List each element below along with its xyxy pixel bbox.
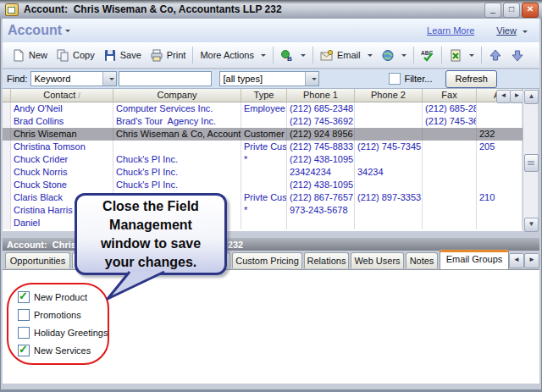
scroll-thumb[interactable] [524,154,539,172]
cell-marker [3,102,11,115]
column-header-phone1[interactable]: Phone 1 [287,89,355,102]
tab-relations[interactable]: Relations [304,252,349,268]
column-scroll-left-button[interactable]: ◄ [496,90,511,103]
table-row[interactable]: Chuck CriderChuck's PI Inc.*(212) 438-10… [3,153,523,166]
spellcheck-button[interactable]: ABC [417,47,439,64]
table-row[interactable]: Chuck StoneChuck's PI Inc.(212) 438-1095 [3,179,523,191]
cell-type: * [241,153,287,166]
cell-marker [3,141,11,153]
learn-more-link[interactable]: Learn More [427,25,474,36]
move-up-button[interactable] [484,47,506,64]
tab-scroll-right-button[interactable]: ► [524,253,539,268]
web-button[interactable] [377,47,411,64]
column-header-company[interactable]: Company [113,89,241,102]
more-actions-button[interactable]: More Actions [196,47,270,63]
type-selector-caret-icon [312,78,317,80]
cell-company: Chris Wiseman & Co, Accountants [113,128,241,141]
maximize-button[interactable]: □ [503,3,520,18]
type-selector[interactable]: [all types] [219,71,319,86]
globe-icon [381,49,395,62]
cell-ac [477,102,523,115]
email-envelope-icon [320,49,334,62]
cell-phone1: (212) 867-7657 [287,191,355,204]
cell-contact: Andy O'Neil [11,102,113,115]
table-row[interactable]: Chuck NorrisChuck's PI Inc.2342423434234 [3,166,523,179]
refresh-button[interactable]: Refresh [445,70,497,88]
cell-contact: Chuck Norris [11,166,113,179]
filter-checkbox[interactable] [389,73,401,85]
export-caret-icon [469,54,474,57]
search-input[interactable] [119,71,212,86]
cell-phone2 [355,102,423,115]
svg-text:B: B [287,55,292,62]
cell-company: Computer Services Inc. [113,102,241,115]
copy-icon [56,49,69,62]
cell-phone2: 34234 [355,166,423,179]
table-row[interactable]: Andy O'NeilComputer Services Inc.Employe… [3,102,523,115]
table-row[interactable]: Chris WisemanChris Wiseman & Co, Account… [3,128,523,141]
cell-ac: 232 [477,128,523,141]
annotation-oval [7,283,109,365]
view-menu[interactable]: View [496,25,517,36]
copy-button[interactable]: Copy [52,47,99,64]
column-header-type[interactable]: Type [241,89,287,102]
tab-scroll-left-button[interactable]: ◄ [509,253,524,268]
cell-marker [3,115,11,128]
tab-web-users[interactable]: Web Users [351,252,404,268]
find-bar: Find: Keyword [all types] Filter... Refr… [3,69,539,89]
scroll-down-button[interactable]: ▼ [524,218,539,232]
print-button[interactable]: Print [146,47,191,64]
export-button[interactable] [445,47,478,64]
quote-caret-icon [301,54,306,57]
tab-custom-pricing[interactable]: Custom Pricing [232,252,302,268]
account-menu[interactable]: Account [8,23,62,38]
cell-phone1: (212) 924 8956 [287,128,355,141]
scroll-up-button[interactable]: ▲ [524,90,539,104]
email-button[interactable]: Email [316,47,377,64]
column-header-marker[interactable] [3,89,11,102]
cell-phone1: (212) 438-1095 [287,153,355,166]
new-button[interactable]: New [8,47,52,64]
callout-bubble: Close the Field Management window to sav… [75,193,227,275]
quote-button[interactable]: B [276,47,310,64]
view-menu-caret-icon[interactable] [523,30,528,33]
more-actions-caret-icon [261,54,266,57]
cell-fax: (212) 685-2886 [423,102,477,115]
email-caret-icon [368,54,373,57]
move-down-button[interactable] [506,47,528,64]
column-header-phone2[interactable]: Phone 2 [355,89,423,102]
cell-type: Customer [241,128,287,141]
cell-ac [477,204,523,217]
table-row[interactable]: Brad CollinsBrad's Tour Agency Inc.(212)… [3,115,523,128]
cell-phone2 [355,217,423,229]
cell-fax [423,217,477,229]
cell-company: Chuck's PI Inc. [113,179,241,191]
account-menu-caret-icon[interactable] [65,30,70,32]
field-selector[interactable]: Keyword [30,71,117,86]
tab-email-groups[interactable]: Email Groups [440,249,509,269]
cell-phone2 [355,179,423,191]
cell-ac [477,166,523,179]
cell-contact: Chris Wiseman [11,128,113,141]
column-header-contact[interactable]: Contact/ [11,89,113,102]
cell-contact: Chuck Stone [11,179,113,191]
vertical-scrollbar[interactable]: ▲ ▼ [523,89,538,231]
save-button[interactable]: Save [99,47,146,64]
cell-company: Chuck's PI Inc. [113,166,241,179]
callout-line: Close the Field [77,197,224,216]
cell-ac [477,217,523,229]
tab-opportunities[interactable]: Opportunities [5,252,70,268]
table-row[interactable]: Christina TomsonPrivte Customer(212) 745… [3,141,523,153]
column-header-fax[interactable]: Fax [423,89,477,102]
cell-type: Privte Customer [241,141,287,153]
minimize-button[interactable]: _ [484,3,501,18]
sort-ascending-icon: / [78,91,80,100]
cell-fax [423,191,477,204]
account-card-icon [5,3,19,16]
filter-label: Filter... [404,74,432,84]
close-button[interactable]: ✕ [522,3,539,18]
tab-notes[interactable]: Notes [406,252,438,268]
cell-type [241,166,287,179]
cell-phone2 [355,153,423,166]
cell-contact: Chuck Crider [11,153,113,166]
